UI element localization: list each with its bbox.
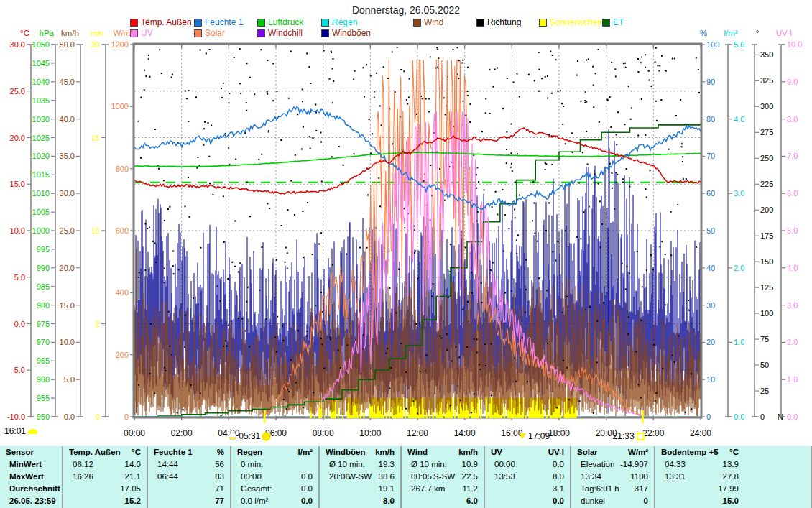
cell-value: 83 [215,471,224,483]
moonset-marker: 17:09 [519,431,550,441]
tick-label: 1015 [32,170,50,179]
tick-label: 0 [96,412,100,421]
cell-value: 38.6 [379,471,395,483]
tick-label: 2.0 [734,264,744,272]
tick-label: 50 [760,361,769,369]
cell-value: 56 [215,458,224,471]
sunrise-time: 05:31 [239,431,260,441]
column-title: Solar [571,448,598,456]
table-header: UVUV-I [485,446,570,458]
column-title: Temp. Außen [63,448,121,456]
tick-label: 20.0 [10,134,25,142]
table-header: Windböenkm/h [320,446,400,458]
tick-label: 800 [116,165,129,173]
tick-label: 20 [91,40,100,49]
table-row: 71 [148,483,230,495]
x-axis-label: 14:00 [449,428,481,438]
tick-label: 0.0 [787,412,798,421]
tick-label: 15 [91,134,100,142]
tick-label: 7.0 [787,152,798,160]
tick-label: 400 [116,288,129,297]
axis-UV-I: 0.01.02.03.04.05.06.07.08.09.010.0UV-I [776,29,803,421]
table-row: 04:3313.9 [655,458,811,471]
table-row: 06:4483 [148,471,230,483]
cell-label: 06:12 [63,460,93,468]
tick-label: 995 [37,245,50,254]
tick-label: 75 [760,335,769,343]
tick-label: 50 [706,226,715,235]
cell-label: 00:05 [402,472,432,481]
table-column-temp-au-en: Temp. Außen°C06:1214.016:2621.117.0515.2 [62,446,147,508]
tick-label: -5.0 [11,366,25,374]
tick-label: 25 [760,387,769,395]
sun-below-horizon-icon [229,433,236,440]
cell-label: Durchschnitt [0,484,60,493]
cell-direction: W-SW [348,471,372,483]
tick-label: 950 [37,412,50,421]
axis-unit-label: hPa [40,29,55,37]
cell-direction: S-SW [433,471,455,483]
tick-label: 5 [96,320,100,328]
tick-label: 350 [760,50,773,59]
sunset-square-icon [637,433,645,440]
table-row: 13:341100 [571,471,654,483]
column-title: Wind [402,448,428,456]
tick-label: 40 [706,264,715,272]
cell-label: dunkel [571,497,605,505]
column-unit: % [217,446,224,458]
tick-label: 5.0 [787,226,798,235]
tick-label: 955 [37,394,50,402]
cell-value: 13.9 [723,458,739,471]
table-row: Elevation-14.907 [571,458,654,471]
cell-label: MaxWert [0,472,44,481]
tick-label: 100 [760,309,773,318]
tick-label: 5.0 [734,40,744,49]
tick-label: 1050 [32,40,50,49]
moonset-time: 17:09 [528,431,550,441]
table-row: 17.99 [655,483,811,495]
table-row: Ø 10 min.19.3 [320,458,400,471]
tick-label: 30.0 [10,40,25,49]
column-unit: °C [132,446,141,458]
tick-label: 2.0 [787,338,798,346]
table-header: Sensor [0,446,62,458]
tick-label: 100 [706,40,719,49]
sunset-time: 21:33 [613,431,635,441]
table-row: 19.1 [320,483,400,495]
cell-value: 10.9 [462,458,478,471]
cell-label: 0 min. [231,460,263,468]
tick-label: 35.0 [60,152,75,160]
column-unit: W/m² [628,446,648,458]
tick-label: 9.0 [787,78,798,86]
x-axis-label: 10:00 [354,428,386,438]
table-row: 6.0 [402,495,484,507]
cell-value: 14.0 [125,458,141,471]
cell-value: 0.0 [553,458,564,471]
table-row: 0 min. [231,458,318,471]
tick-label: 200 [760,205,773,214]
tick-label: 0 [760,412,765,421]
cell-value: 71 [215,483,224,495]
cell-value: -14.907 [620,458,648,471]
column-title: Bodentemp +5 [655,448,719,456]
axis-min: 05101520min [91,29,109,421]
cell-value: 22.5 [462,471,478,483]
series-layer [134,47,701,417]
tick-label: 15.0 [60,301,75,310]
tick-label: 1020 [32,152,50,160]
tick-label: 1010 [32,189,50,198]
column-title: UV [485,448,502,456]
table-row: 06:1214.0 [63,458,147,471]
cell-label: 26.05. 23:59 [0,497,56,505]
tick-label: 960 [37,375,50,384]
column-title: Sensor [0,448,34,456]
tick-label: 50.0 [60,40,75,49]
table-header: Bodentemp +5°C [655,446,811,458]
table-header: Windkm/h [402,446,484,458]
cell-value: 0.0 [301,471,313,483]
tick-label: 975 [37,320,50,328]
axis-°: 0N25507510012515017520022525027530032535… [752,29,783,421]
column-title: Regen [231,448,262,456]
column-unit: °C [729,446,739,458]
moon-icon [28,429,37,434]
